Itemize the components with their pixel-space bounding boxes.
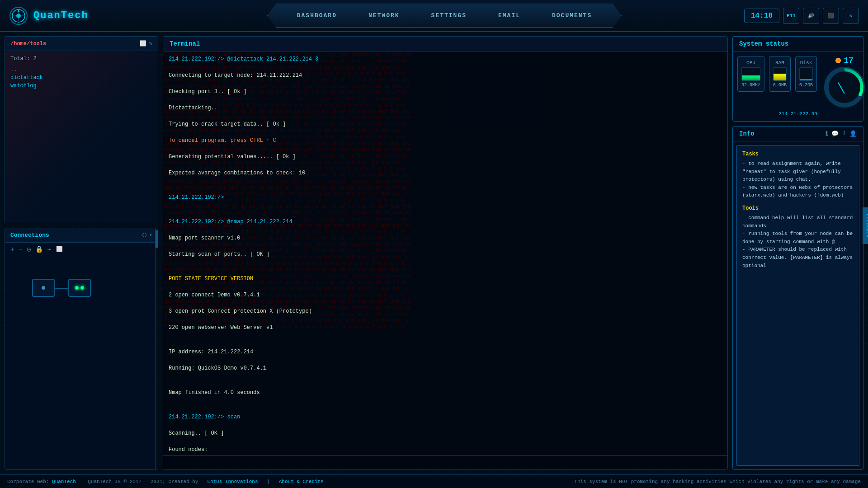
footer-separator: |	[267, 479, 270, 484]
connection-node-1[interactable]	[32, 279, 55, 297]
files-panel-title: /home/tools	[10, 41, 46, 47]
cpu-label: CPU	[741, 60, 760, 66]
node-connector-line	[55, 288, 68, 289]
system-gauge	[824, 67, 865, 108]
gauge-needle	[838, 82, 845, 94]
file-item-dotdot[interactable]: ..	[10, 66, 152, 74]
files-window-icon[interactable]: ⬜	[140, 40, 146, 47]
screenshot-button[interactable]: ⬛	[823, 8, 839, 24]
files-panel-icons: ⬜ ✎	[140, 40, 152, 47]
files-content: Total: 2 .. dictattack watchlog	[5, 51, 158, 223]
conn-center-btn[interactable]: ◎	[27, 245, 31, 253]
ram-bar	[774, 74, 786, 80]
footer-disclaimer: This system is NOT promoting any hacking…	[574, 479, 861, 484]
node-1-dot	[42, 286, 45, 290]
connections-scrollbar[interactable]	[155, 228, 158, 469]
info-alert-icon[interactable]: !	[842, 130, 846, 137]
terminal-output: 214.21.222.192:/> @dictattack 214.21.222…	[163, 52, 727, 455]
info-person-icon[interactable]: 👤	[849, 130, 857, 137]
files-panel: /home/tools ⬜ ✎ Total: 2 .. dictattack w…	[5, 36, 158, 223]
nav-network[interactable]: NETWORK	[353, 4, 415, 27]
ram-label: RAM	[773, 60, 787, 66]
cpu-value: 32.0MHz	[741, 83, 760, 88]
info-circle-icon[interactable]: ℹ	[826, 130, 828, 137]
info-title: Info	[739, 130, 755, 137]
nav-settings[interactable]: SETTINGS	[415, 4, 482, 27]
terminal-input[interactable]	[169, 460, 722, 466]
disk-bar	[800, 79, 812, 80]
cpu-bar	[742, 75, 760, 80]
cpu-metric: CPU 32.0MHz	[737, 56, 764, 92]
files-total: Total: 2	[10, 56, 152, 62]
info-chat-icon[interactable]: 💬	[831, 130, 839, 137]
footer-copyright: QuanTech IS © 2017 - 2021; Created by	[88, 479, 198, 484]
footer-creator-link[interactable]: Lotus Innovations	[207, 479, 258, 484]
tasks-title: Tasks	[742, 151, 854, 157]
gauge-inner	[829, 71, 860, 103]
connections-title: Connections	[10, 232, 49, 239]
node-2-dot-extra	[80, 286, 84, 290]
terminal-input-area[interactable]	[163, 455, 727, 469]
time-display: 14:18	[744, 9, 779, 23]
conn-dots-btn[interactable]: ⋯	[47, 245, 51, 253]
connections-toolbar: + − ◎ 🔒 ⋯ ⬜	[5, 243, 158, 256]
nav-dashboard[interactable]: DASHBOARD	[281, 4, 353, 27]
connection-node-2[interactable]	[68, 279, 91, 297]
main-nav: DASHBOARD NETWORK SETTINGS EMAIL DOCUMEN…	[154, 4, 735, 28]
gauge-label-row: 17	[835, 56, 854, 65]
connections-map	[5, 256, 158, 328]
files-panel-header: /home/tools ⬜ ✎	[5, 37, 158, 51]
nav-documents[interactable]: DOCUMENTS	[536, 4, 608, 27]
f11-button[interactable]: F11	[783, 8, 799, 24]
conn-lock-btn[interactable]: 🔒	[35, 245, 43, 253]
right-panel: System status CPU 32.0MHz	[732, 36, 863, 470]
connections-panel: Connections ⬡ ⬆ + − ◎ 🔒 ⋯ ⬜	[5, 228, 158, 470]
sound-button[interactable]: 🔊	[803, 8, 819, 24]
gauge-number: 17	[844, 56, 854, 65]
terminal-body[interactable]: zkhnabc def ghi jkl mno pqr stu vwx yz a…	[163, 52, 727, 455]
system-status-body: CPU 32.0MHz RAM	[733, 52, 863, 121]
conn-remove-btn[interactable]: −	[19, 246, 22, 253]
system-status-title: System status	[733, 37, 863, 52]
feedback-tab[interactable]: Feedback	[863, 207, 868, 244]
footer-left: Corporate web: QuanTech QuanTech IS © 20…	[7, 479, 324, 484]
connections-icons: ⬡ ⬆	[142, 232, 152, 239]
footer-corporate-label: Corporate web:	[7, 479, 49, 484]
info-header-icons: ℹ 💬 ! 👤	[826, 130, 857, 137]
tools-text: - command help will list all standard co…	[742, 214, 854, 270]
ram-value: 6.0MB	[773, 83, 787, 88]
close-button[interactable]: ✕	[843, 8, 859, 24]
file-item-watchlog[interactable]: watchlog	[10, 82, 152, 90]
system-ip: 214.21.222.99	[737, 111, 859, 117]
conn-add-btn[interactable]: +	[10, 246, 14, 253]
tasks-text: - to read assignment again, write "repea…	[742, 160, 854, 200]
nav-right-controls: 14:18 F11 🔊 ⬛ ✕	[735, 8, 868, 24]
left-panel: /home/tools ⬜ ✎ Total: 2 .. dictattack w…	[5, 36, 158, 470]
gauge-dot-icon	[835, 58, 841, 63]
disk-bar-container	[799, 67, 813, 81]
conn-expand-btn[interactable]: ⬜	[56, 246, 63, 253]
system-status-panel: System status CPU 32.0MHz	[732, 36, 863, 122]
footer-corporate-link[interactable]: QuanTech	[52, 479, 76, 484]
cpu-bar-container	[741, 67, 760, 81]
info-header: Info ℹ 💬 ! 👤	[733, 127, 863, 141]
nav-email[interactable]: EMAIL	[482, 4, 536, 27]
top-navigation: QuanTech DASHBOARD NETWORK SETTINGS EMAI…	[0, 0, 868, 32]
info-panel: Info ℹ 💬 ! 👤 Tasks - to read assignment …	[732, 126, 863, 470]
disk-metric: Disk 0.2GB	[795, 56, 817, 92]
app-title: QuanTech	[33, 10, 89, 21]
disk-value: 0.2GB	[799, 83, 813, 88]
nav-wrapper: DASHBOARD NETWORK SETTINGS EMAIL DOCUMEN…	[267, 4, 622, 28]
connections-scrollbar-thumb[interactable]	[156, 230, 158, 248]
files-edit-icon[interactable]: ✎	[149, 40, 152, 47]
connections-expand-icon[interactable]: ⬆	[149, 232, 152, 239]
ram-metric: RAM 6.0MB	[769, 56, 791, 92]
main-content: /home/tools ⬜ ✎ Total: 2 .. dictattack w…	[0, 32, 868, 474]
file-item-dictattack[interactable]: dictattack	[10, 74, 152, 82]
connections-network-icon[interactable]: ⬡	[142, 232, 146, 239]
ram-bar-container	[773, 67, 787, 81]
logo-area: QuanTech	[0, 6, 154, 25]
footer-credits-link[interactable]: About & Credits	[279, 479, 324, 484]
metrics-row: CPU 32.0MHz RAM	[737, 56, 817, 92]
logo-icon	[9, 6, 28, 25]
